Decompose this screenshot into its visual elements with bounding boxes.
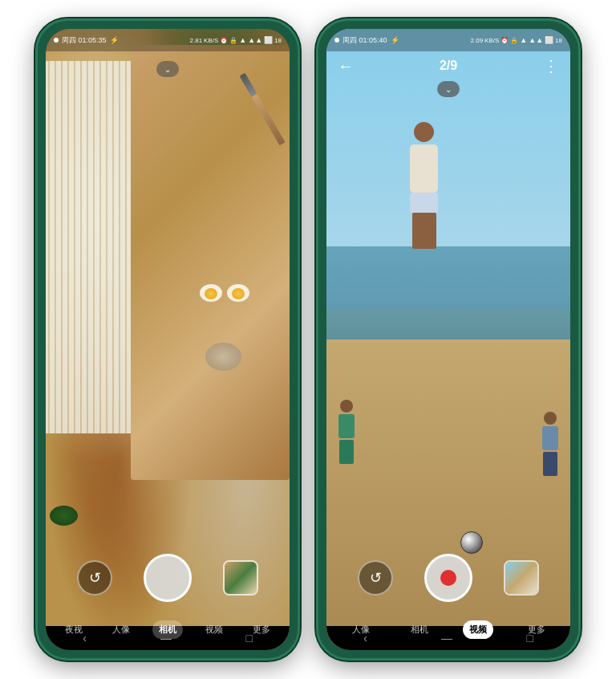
alarm-icon: ⏰ — [220, 37, 228, 44]
battery-icon: ⬜ — [264, 36, 273, 44]
right-player-legs — [543, 452, 557, 476]
right-flip-icon: ↺ — [370, 569, 382, 587]
mode-label: 人像 — [112, 624, 130, 634]
thumbnail-preview — [225, 562, 257, 594]
grain-bowl — [205, 343, 241, 371]
left-player — [334, 400, 359, 464]
volume-up-button[interactable] — [296, 125, 299, 157]
wifi-icon: ▲ — [239, 36, 246, 44]
left-phone-shell: 周四 01:05:35 ⚡ 2.81 KB/S ⏰ 🔒 ▲ ▲▲ ⬜ 18 — [35, 18, 300, 661]
right-flash-icon: ⚡ — [391, 36, 399, 44]
right-person-figure — [538, 412, 562, 476]
battery-level: 18 — [274, 37, 282, 44]
main-player-legs — [412, 213, 436, 249]
mode-more[interactable]: 更多 — [246, 620, 277, 639]
right-flip-camera-button[interactable]: ↺ — [358, 560, 393, 596]
back-button[interactable]: ← — [338, 57, 354, 75]
signal-icon: ▲▲ — [248, 36, 262, 44]
status-dot-right — [334, 38, 339, 43]
left-camera-controls: ↺ — [46, 554, 290, 602]
right-camera-controls: ↺ — [326, 554, 570, 602]
flip-camera-button[interactable]: ↺ — [77, 560, 112, 596]
volume-button-right-phone[interactable] — [317, 141, 320, 181]
right-mode-camera[interactable]: 相机 — [404, 620, 435, 639]
right-mode-more[interactable]: 更多 — [521, 620, 552, 639]
network-unit: KB/S — [204, 37, 218, 44]
right-player — [538, 412, 562, 476]
right-rotate-icon: 🔒 — [510, 37, 518, 44]
mode-label: 更多 — [253, 624, 270, 634]
player-body — [338, 414, 355, 438]
mode-video[interactable]: 视频 — [199, 620, 229, 639]
main-player — [396, 122, 452, 250]
mode-label: 夜视 — [65, 624, 83, 634]
power-button[interactable] — [296, 181, 299, 230]
status-right-group: 2.81 KB/S ⏰ 🔒 ▲ ▲▲ ⬜ 18 — [190, 36, 282, 44]
right-phone-screen: 周四 01:05:40 ⚡ 2.09 KB/S ⏰ 🔒 ▲ ▲▲ ⬜ 18 ← … — [326, 29, 570, 650]
right-status-left: 周四 01:05:40 ⚡ — [334, 35, 399, 46]
player-legs — [339, 440, 354, 464]
knife — [240, 73, 286, 146]
right-thumbnail-preview — [505, 562, 537, 594]
person-figure — [334, 400, 359, 464]
right-player-body — [542, 426, 558, 450]
left-dropdown-arrow[interactable]: ⌄ — [156, 61, 179, 77]
right-battery-icon: ⬜ — [545, 36, 553, 44]
status-time: 周四 01:05:35 — [62, 35, 107, 46]
left-mode-bar: 夜视 人像 相机 视频 更多 — [46, 617, 290, 642]
status-left-group: 周四 01:05:35 ⚡ — [54, 35, 119, 46]
right-phone-shell: 周四 01:05:40 ⚡ 2.09 KB/S ⏰ 🔒 ▲ ▲▲ ⬜ 18 ← … — [316, 18, 581, 661]
right-battery-level: 18 — [555, 37, 562, 44]
player-head — [340, 400, 353, 413]
mode-portrait[interactable]: 人像 — [106, 620, 136, 639]
volume-button[interactable] — [36, 141, 39, 181]
chevron-down-icon: ⌄ — [164, 65, 171, 74]
egg-2 — [227, 284, 249, 302]
main-player-body — [410, 144, 438, 193]
right-alarm-icon: ⏰ — [500, 37, 509, 44]
mode-label: 人像 — [352, 624, 370, 634]
right-mode-portrait[interactable]: 人像 — [346, 620, 376, 639]
left-status-bar: 周四 01:05:35 ⚡ 2.81 KB/S ⏰ 🔒 ▲ ▲▲ ⬜ 18 — [46, 29, 290, 51]
flip-icon: ↺ — [89, 569, 101, 587]
thumbnail-button[interactable] — [223, 560, 258, 596]
rotate-icon: 🔒 — [229, 37, 237, 44]
mode-camera[interactable]: 相机 — [152, 620, 183, 639]
left-phone: 周四 01:05:35 ⚡ 2.81 KB/S ⏰ 🔒 ▲ ▲▲ ⬜ 18 — [35, 18, 300, 661]
right-shutter-button[interactable] — [424, 554, 472, 602]
right-dropdown-arrow[interactable]: ⌄ — [437, 81, 460, 97]
mode-night-sight[interactable]: 夜视 — [59, 620, 89, 639]
noodle-area — [46, 61, 131, 433]
egg-yolk-1 — [205, 288, 217, 299]
cutting-board — [131, 45, 290, 480]
more-options-button[interactable]: ⋮ — [543, 56, 559, 75]
main-player-head — [414, 122, 434, 142]
right-status-bar: 周四 01:05:40 ⚡ 2.09 KB/S ⏰ 🔒 ▲ ▲▲ ⬜ 18 — [326, 29, 570, 51]
mode-label: 相机 — [159, 624, 176, 634]
status-dot — [54, 38, 59, 43]
power-button-right-phone[interactable] — [577, 181, 580, 230]
right-network-speed: 2.09 — [471, 37, 484, 44]
mode-label: 更多 — [528, 624, 545, 634]
volume-up-button-right-phone[interactable] — [577, 125, 580, 157]
right-network-unit: KB/S — [484, 37, 499, 44]
right-wifi-icon: ▲ — [520, 36, 527, 44]
right-thumbnail-button[interactable] — [504, 560, 539, 596]
right-player-head — [544, 412, 557, 425]
egg-halves — [200, 284, 249, 302]
flash-icon: ⚡ — [110, 36, 119, 44]
mode-label: 视频 — [205, 624, 223, 634]
left-phone-screen: 周四 01:05:35 ⚡ 2.81 KB/S ⏰ 🔒 ▲ ▲▲ ⬜ 18 — [46, 29, 290, 650]
veggie-bowl — [50, 506, 78, 526]
right-status-time: 周四 01:05:40 — [342, 35, 387, 46]
shutter-button[interactable] — [144, 554, 192, 602]
right-mode-video[interactable]: 视频 — [463, 620, 493, 639]
egg-yolk-2 — [232, 288, 245, 299]
photo-counter: 2/9 — [440, 59, 457, 73]
mode-label: 视频 — [469, 624, 487, 634]
egg-1 — [200, 284, 222, 302]
right-camera-screen: ⌄ ↺ 人像 — [326, 29, 570, 650]
main-player-shorts — [410, 193, 438, 213]
right-status-right: 2.09 KB/S ⏰ 🔒 ▲ ▲▲ ⬜ 18 — [471, 36, 562, 44]
sand-bg — [326, 340, 570, 650]
